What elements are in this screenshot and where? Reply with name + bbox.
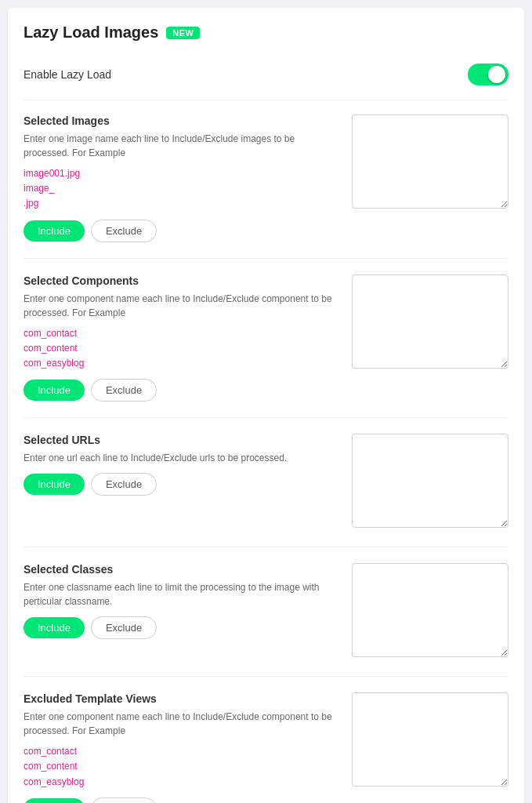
section-left-selected-images: Selected ImagesEnter one image name each…	[24, 114, 339, 242]
section-selected-urls: Selected URLsEnter one url each line to …	[24, 434, 508, 547]
exclude-button-selected-images[interactable]: Exclude	[91, 220, 157, 242]
section-selected-images: Selected ImagesEnter one image name each…	[24, 114, 508, 259]
section-right-selected-urls	[352, 434, 508, 531]
section-selected-classes: Selected ClassesEnter one classname each…	[24, 563, 508, 677]
section-examples-selected-components: com_contactcom_contentcom_easyblog	[24, 326, 339, 372]
section-right-excluded-template-views	[352, 692, 508, 803]
section-examples-excluded-template-views: com_contactcom_contentcom_easyblog	[24, 744, 339, 790]
btn-group-selected-urls: IncludeExclude	[24, 473, 339, 496]
include-button-selected-urls[interactable]: Include	[24, 474, 85, 495]
section-right-selected-classes	[352, 563, 508, 660]
section-desc-selected-classes: Enter one classname each line to limit t…	[24, 580, 339, 609]
enable-lazy-load-toggle[interactable]	[468, 64, 508, 85]
btn-group-selected-components: IncludeExclude	[24, 379, 339, 402]
section-left-selected-components: Selected ComponentsEnter one component n…	[24, 274, 339, 402]
section-excluded-template-views: Excluded Template ViewsEnter one compone…	[24, 692, 508, 803]
textarea-selected-urls[interactable]	[352, 434, 508, 528]
page-header: Lazy Load Images NEW	[24, 24, 508, 42]
section-right-selected-images	[352, 114, 508, 242]
section-title-selected-images: Selected Images	[24, 114, 339, 127]
textarea-selected-classes[interactable]	[352, 563, 508, 657]
btn-group-selected-images: IncludeExclude	[24, 220, 339, 242]
page-wrapper: Lazy Load Images NEW Enable Lazy Load Se…	[0, 0, 532, 803]
btn-group-selected-classes: IncludeExclude	[24, 616, 339, 639]
exclude-button-selected-classes[interactable]: Exclude	[91, 616, 157, 639]
section-desc-selected-images: Enter one image name each line to Includ…	[24, 132, 339, 160]
toggle-thumb	[488, 66, 505, 83]
section-examples-selected-images: image001.jpgimage_.jpg	[24, 166, 339, 212]
section-left-selected-urls: Selected URLsEnter one url each line to …	[24, 434, 339, 531]
main-card: Lazy Load Images NEW Enable Lazy Load Se…	[8, 8, 524, 803]
textarea-excluded-template-views[interactable]	[352, 692, 508, 787]
enable-lazy-load-label: Enable Lazy Load	[24, 68, 111, 81]
enable-lazy-load-row: Enable Lazy Load	[24, 56, 508, 100]
section-left-excluded-template-views: Excluded Template ViewsEnter one compone…	[24, 692, 339, 803]
textarea-selected-images[interactable]	[352, 114, 508, 209]
btn-group-excluded-template-views: IncludeExclude	[24, 798, 339, 803]
include-button-selected-images[interactable]: Include	[24, 220, 85, 242]
section-desc-selected-components: Enter one component name each line to In…	[24, 292, 339, 320]
exclude-button-excluded-template-views[interactable]: Exclude	[91, 798, 157, 803]
section-title-selected-classes: Selected Classes	[24, 563, 339, 576]
exclude-button-selected-urls[interactable]: Exclude	[91, 473, 157, 496]
textarea-selected-components[interactable]	[352, 274, 508, 369]
section-desc-selected-urls: Enter one url each line to Include/Exclu…	[24, 451, 339, 465]
section-title-selected-urls: Selected URLs	[24, 434, 339, 446]
page-title: Lazy Load Images	[24, 24, 158, 42]
section-right-selected-components	[352, 274, 508, 402]
new-badge: NEW	[166, 27, 200, 39]
section-selected-components: Selected ComponentsEnter one component n…	[24, 274, 508, 419]
include-button-selected-classes[interactable]: Include	[24, 617, 85, 638]
section-left-selected-classes: Selected ClassesEnter one classname each…	[24, 563, 339, 660]
include-button-selected-components[interactable]: Include	[24, 380, 85, 401]
section-title-selected-components: Selected Components	[24, 274, 339, 287]
section-title-excluded-template-views: Excluded Template Views	[24, 692, 339, 705]
include-button-excluded-template-views[interactable]: Include	[24, 798, 85, 803]
exclude-button-selected-components[interactable]: Exclude	[91, 379, 157, 402]
section-desc-excluded-template-views: Enter one component name each line to In…	[24, 710, 339, 738]
sections-container: Selected ImagesEnter one image name each…	[24, 114, 508, 803]
